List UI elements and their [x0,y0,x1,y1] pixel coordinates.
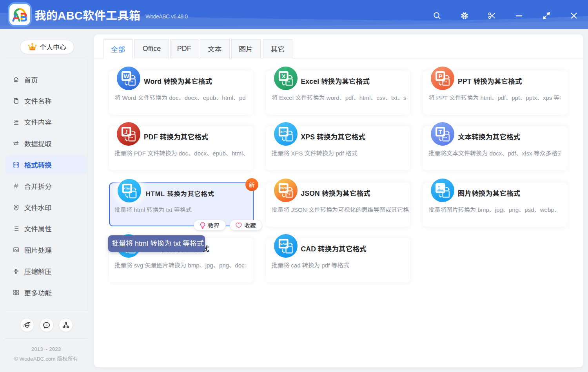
svg-text:HTML: HTML [123,187,132,190]
svg-text:CAD: CAD [280,242,287,246]
svg-text:XPS: XPS [280,130,287,134]
svg-text:T: T [439,128,442,135]
svg-text:JSON: JSON [279,186,287,190]
svg-text:P: P [438,73,442,79]
svg-text:X: X [281,73,285,79]
svg-text:W: W [123,73,129,79]
